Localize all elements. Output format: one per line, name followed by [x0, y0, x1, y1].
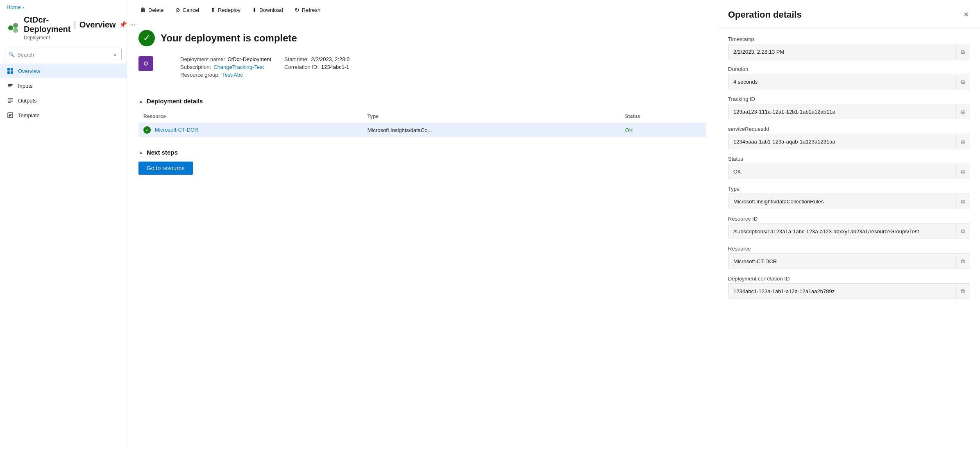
field-type-copy-button[interactable]: ⧉: [955, 194, 970, 209]
svg-rect-12: [8, 101, 13, 102]
field-service-request-id-value: [728, 135, 955, 148]
deployment-table: Resource Type Status ✓ Microsoft-CT-DCR …: [138, 110, 706, 137]
cancel-icon: ⊘: [175, 7, 180, 13]
field-status-value-row: ⧉: [728, 164, 970, 179]
operation-details-body: Timestamp ⧉ Duration ⧉ Tracking ID ⧉ ser…: [718, 28, 980, 307]
resource-logo-icon: [7, 21, 20, 34]
field-deployment-correlation-id: Deployment correlation ID ⧉: [728, 276, 970, 299]
field-resource-id-value: [728, 225, 955, 238]
svg-rect-13: [8, 102, 11, 103]
meta-subscription: Subscription: ChangeTracking-Test: [180, 64, 271, 70]
meta-correlation: Correlation ID: 1234abc1-1: [284, 64, 375, 70]
nav-item-overview[interactable]: Overview: [0, 64, 127, 78]
field-tracking-id-value-row: ⧉: [728, 104, 970, 119]
delete-button[interactable]: 🗑 Delete: [135, 4, 169, 16]
field-resource-id: Resource ID ⧉: [728, 216, 970, 239]
toolbar: 🗑 Delete ⊘ Cancel ⬆ Redeploy ⬇ Download …: [127, 0, 718, 20]
field-resource-id-copy-button[interactable]: ⧉: [955, 224, 970, 239]
svg-rect-10: [8, 98, 13, 99]
chevron-up-icon: ▲: [138, 98, 143, 104]
breadcrumb-home[interactable]: Home: [7, 4, 21, 10]
table-cell-type: Microsoft.Insights/dataCo...: [363, 123, 620, 137]
col-header-type: Type: [363, 110, 620, 123]
field-service-request-id-value-row: ⧉: [728, 134, 970, 149]
deployment-details-header[interactable]: ▲ Deployment details: [138, 98, 706, 105]
field-tracking-id-value: [728, 105, 955, 118]
svg-rect-6: [11, 71, 13, 74]
field-duration-value-row: ⧉: [728, 74, 970, 89]
success-icon: ✓: [138, 30, 155, 46]
meta-start-time: Start time: 2/2/2023, 2:28:0: [284, 56, 375, 62]
svg-point-20: [145, 62, 147, 65]
delete-icon: 🗑: [140, 7, 146, 13]
outputs-icon: [7, 97, 14, 104]
field-type: Type ⧉: [728, 186, 970, 209]
left-panel: Home › CtDcr-Deployment | Overview 📌 ···…: [0, 0, 127, 449]
redeploy-icon: ⬆: [211, 7, 216, 13]
nav-item-outputs-label: Outputs: [18, 98, 37, 104]
meta-deployment-name: Deployment name: CtDcr-Deployment: [180, 56, 271, 62]
field-duration: Duration ⧉: [728, 66, 970, 89]
col-header-status: Status: [620, 110, 706, 123]
nav-item-inputs[interactable]: Inputs: [0, 78, 127, 93]
next-steps-header[interactable]: ▲ Next steps: [138, 149, 706, 156]
resource-header: CtDcr-Deployment | Overview 📌 ··· Deploy…: [0, 13, 127, 46]
pin-icon[interactable]: 📌: [119, 21, 127, 28]
chevron-up-icon-nextsteps: ▲: [138, 150, 143, 155]
field-resource-value: [728, 255, 955, 268]
nav-item-outputs[interactable]: Outputs: [0, 93, 127, 108]
svg-point-0: [8, 25, 13, 30]
download-button[interactable]: ⬇ Download: [247, 4, 288, 16]
table-cell-status: OK: [620, 123, 706, 137]
template-icon: [7, 112, 14, 119]
search-bar: 🔍 «: [5, 49, 122, 60]
download-icon: ⬇: [252, 7, 257, 13]
field-resource-copy-button[interactable]: ⧉: [955, 254, 970, 269]
breadcrumb-separator: ›: [23, 4, 24, 10]
field-tracking-id: Tracking ID ⧉: [728, 96, 970, 119]
field-duration-copy-button[interactable]: ⧉: [955, 74, 970, 89]
operation-details-header: Operation details ×: [718, 0, 980, 28]
nav-item-template-label: Template: [18, 112, 40, 119]
next-steps-section: ▲ Next steps Go to resource: [138, 149, 706, 175]
meta-resource-group: Resource group: Test-Abc: [180, 72, 271, 78]
svg-point-2: [13, 28, 18, 33]
breadcrumb: Home ›: [0, 0, 127, 13]
field-deployment-correlation-id-copy-button[interactable]: ⧉: [955, 284, 970, 299]
collapse-nav-button[interactable]: «: [112, 51, 118, 58]
svg-rect-5: [7, 71, 10, 74]
field-timestamp: Timestamp ⧉: [728, 36, 970, 59]
field-tracking-id-copy-button[interactable]: ⧉: [955, 104, 970, 119]
field-service-request-id: serviceRequestId ⧉: [728, 126, 970, 149]
svg-rect-7: [8, 84, 13, 85]
deployment-details-section: ▲ Deployment details Resource Type Statu…: [138, 98, 706, 137]
field-timestamp-copy-button[interactable]: ⧉: [955, 44, 970, 59]
field-deployment-correlation-id-value: [728, 285, 955, 298]
field-resource: Resource ⧉: [728, 246, 970, 269]
main-content: 🗑 Delete ⊘ Cancel ⬆ Redeploy ⬇ Download …: [127, 0, 718, 449]
resource-title-block: CtDcr-Deployment | Overview 📌 ··· Deploy…: [24, 15, 135, 41]
svg-rect-9: [8, 87, 11, 87]
field-type-value: [728, 195, 955, 208]
content-area: ✓ Your deployment is complete Deployment…: [127, 20, 718, 449]
refresh-icon: ↻: [295, 7, 299, 13]
go-to-resource-button[interactable]: Go to resource: [138, 162, 193, 175]
field-status-copy-button[interactable]: ⧉: [955, 164, 970, 179]
refresh-button[interactable]: ↻ Refresh: [290, 4, 326, 16]
svg-rect-3: [7, 68, 10, 71]
table-row[interactable]: ✓ Microsoft-CT-DCR Microsoft.Insights/da…: [138, 123, 706, 137]
nav-item-template[interactable]: Template: [0, 108, 127, 123]
operation-details-panel: Operation details × Timestamp ⧉ Duration…: [718, 0, 980, 449]
redeploy-button[interactable]: ⬆ Redeploy: [206, 4, 245, 16]
svg-rect-16: [9, 115, 11, 116]
svg-point-1: [13, 23, 18, 28]
cancel-button[interactable]: ⊘ Cancel: [170, 4, 204, 16]
resource-subtitle: Deployment: [24, 35, 135, 41]
operation-details-close-button[interactable]: ×: [962, 8, 970, 21]
field-type-value-row: ⧉: [728, 194, 970, 209]
svg-rect-17: [9, 116, 10, 117]
deployment-small-icon: [138, 56, 153, 71]
search-input[interactable]: [17, 52, 109, 58]
deployment-meta: Deployment name: CtDcr-Deployment Start …: [180, 56, 375, 78]
field-service-request-id-copy-button[interactable]: ⧉: [955, 134, 970, 149]
